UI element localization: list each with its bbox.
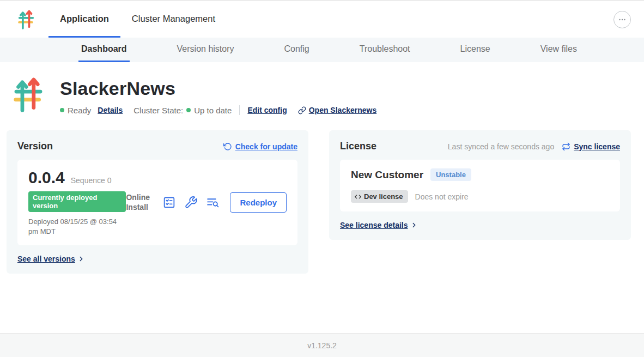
dashboard-cards: Version Check for update 0.0.4 Sequence … <box>0 115 644 274</box>
edit-config-link[interactable]: Edit config <box>247 106 287 114</box>
license-type-badge: Dev license <box>351 190 408 203</box>
app-status-row: Ready Details Cluster State: Up to date … <box>60 105 376 115</box>
subnav-tab-view-files[interactable]: View files <box>538 38 580 62</box>
app-hero: SlackerNews Ready Details Cluster State:… <box>0 62 644 115</box>
app-logo[interactable] <box>18 1 34 38</box>
license-details-panel: New Customer Unstable Dev license Does n… <box>340 160 620 211</box>
license-card: License Last synced a few seconds ago Sy… <box>329 130 631 240</box>
subnav-tab-version-history[interactable]: Version history <box>174 38 237 62</box>
customer-row: New Customer Unstable <box>351 168 609 181</box>
top-nav-tabs: Application Cluster Management <box>48 1 227 38</box>
version-card-title: Version <box>17 141 53 152</box>
see-license-details-label: See license details <box>340 221 408 229</box>
tab-application[interactable]: Application <box>48 1 120 38</box>
top-nav: Application Cluster Management <box>0 1 644 38</box>
channel-badge: Unstable <box>430 168 471 181</box>
license-card-title: License <box>340 141 376 152</box>
console-version: v1.125.2 <box>307 341 337 350</box>
page-title: SlackerNews <box>60 78 376 99</box>
version-card: Version Check for update 0.0.4 Sequence … <box>7 130 308 274</box>
cluster-state-text: Up to date <box>194 106 232 115</box>
deploy-logs-icon[interactable] <box>206 196 220 209</box>
version-card-header: Version Check for update <box>17 141 297 152</box>
see-all-versions-label: See all versions <box>17 255 75 263</box>
check-for-update-label: Check for update <box>235 142 297 151</box>
version-number-row: 0.0.4 Sequence 0 <box>28 168 126 187</box>
check-for-update-link[interactable]: Check for update <box>223 142 297 151</box>
cluster-state-label: Cluster State: <box>133 106 183 115</box>
main-content: SlackerNews Ready Details Cluster State:… <box>0 62 644 333</box>
sync-arrows-icon <box>562 142 570 151</box>
sync-license-label: Sync license <box>574 142 620 151</box>
more-options-button[interactable] <box>613 11 631 28</box>
last-synced-text: Last synced a few seconds ago <box>448 142 554 151</box>
app-sub-nav: Dashboard Version history Config Trouble… <box>0 38 644 62</box>
app-hero-text: SlackerNews Ready Details Cluster State:… <box>60 76 376 115</box>
code-brackets-icon <box>354 193 362 201</box>
release-notes-icon[interactable] <box>162 196 176 209</box>
version-number: 0.0.4 <box>28 168 65 187</box>
license-type-label: Dev license <box>364 192 403 201</box>
install-type-label: Online Install <box>126 193 154 212</box>
app-status-text: Ready <box>68 106 91 115</box>
app-status-dot <box>60 108 64 112</box>
details-link[interactable]: Details <box>98 106 123 114</box>
ellipsis-icon <box>617 15 627 25</box>
customer-name: New Customer <box>351 169 423 181</box>
chevron-right-icon <box>410 221 418 229</box>
status-divider <box>239 105 240 115</box>
license-expiration: Does not expire <box>415 192 469 201</box>
chevron-right-icon <box>77 255 85 263</box>
app-icon <box>14 76 43 115</box>
tab-cluster-management[interactable]: Cluster Management <box>120 1 227 38</box>
subnav-tab-license[interactable]: License <box>458 38 493 62</box>
open-app-link-label: Open Slackernews <box>309 106 377 114</box>
subnav-tab-troubleshoot[interactable]: Troubleshoot <box>357 38 413 62</box>
cluster-state-dot <box>186 108 191 112</box>
version-info: 0.0.4 Sequence 0 Currently deployed vers… <box>28 168 126 237</box>
version-actions: Online Install <box>126 192 287 213</box>
subnav-tab-dashboard[interactable]: Dashboard <box>78 38 130 62</box>
open-app-link[interactable]: Open Slackernews <box>298 106 377 114</box>
redeploy-button[interactable]: Redeploy <box>230 192 287 213</box>
see-license-details-link[interactable]: See license details <box>340 221 418 229</box>
refresh-icon <box>223 142 232 151</box>
subnav-tab-config[interactable]: Config <box>282 38 312 62</box>
license-type-row: Dev license Does not expire <box>351 190 609 203</box>
console-footer: v1.125.2 <box>0 333 644 357</box>
deployed-badge: Currently deployed version <box>28 191 126 212</box>
version-sequence: Sequence 0 <box>71 176 112 185</box>
see-all-versions-link[interactable]: See all versions <box>17 255 85 263</box>
deployed-timestamp: Deployed 08/15/25 @ 03:54 pm MDT <box>28 217 126 237</box>
chain-link-icon <box>298 106 306 114</box>
sync-license-link[interactable]: Sync license <box>562 142 620 151</box>
slackernews-logo-icon <box>18 9 34 29</box>
preflight-checks-icon[interactable] <box>184 196 198 209</box>
current-version-panel: 0.0.4 Sequence 0 Currently deployed vers… <box>17 160 297 245</box>
license-card-header: License Last synced a few seconds ago Sy… <box>340 141 620 152</box>
